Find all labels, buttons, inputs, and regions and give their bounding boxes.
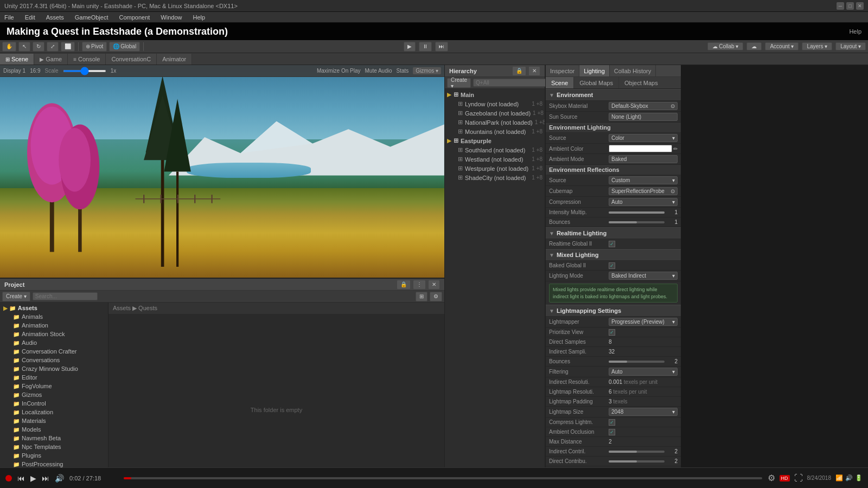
filtering-dropdown[interactable]: Auto ▾ (609, 368, 678, 376)
scale-slider[interactable] (63, 70, 106, 72)
inspector-tab-inspector[interactable]: Inspector (546, 65, 579, 76)
layers-button[interactable]: Layers ▾ (802, 42, 832, 50)
prioritize-checkbox[interactable]: ✓ (609, 329, 615, 336)
menu-help[interactable]: Help (190, 14, 207, 21)
transform-rotate-tool[interactable]: ↻ (33, 42, 44, 52)
hierarchy-item-nationalpark[interactable]: ⊞ NationalPark (not loaded) 1 +8 (445, 118, 545, 127)
pivot-button[interactable]: ⊕ Pivot (82, 42, 107, 52)
video-progress-bar[interactable] (124, 477, 762, 479)
er-intensity-slider[interactable] (609, 211, 665, 214)
er-source-dropdown[interactable]: Custom ▾ (609, 176, 678, 184)
menu-window[interactable]: Window (158, 14, 184, 21)
hierarchy-item-westpurple[interactable]: ⊞ Westpurple (not loaded) 1 +8 (445, 164, 545, 173)
transform-hand-tool[interactable]: ✋ (2, 42, 16, 52)
step-button[interactable]: ⏭ (435, 42, 448, 52)
tree-item-animation-stock[interactable]: 📁Animation Stock (0, 330, 108, 338)
direct-contrib-slider[interactable] (609, 460, 665, 463)
maximize-button[interactable]: □ (846, 2, 854, 10)
hierarchy-item-southland[interactable]: ⊞ Southland (not loaded) 1 +8 (445, 145, 545, 155)
transform-rect-tool[interactable]: ⬜ (61, 42, 75, 52)
env-source-dropdown[interactable]: Color ▾ (609, 134, 678, 142)
tree-item-materials[interactable]: 📁Materials (0, 416, 108, 425)
project-settings-icon[interactable]: ⚙ (430, 292, 442, 301)
baked-global-checkbox[interactable]: ✓ (609, 262, 615, 269)
layout-button[interactable]: Layout ▾ (835, 42, 866, 50)
global-button[interactable]: 🌐 Global (109, 42, 140, 52)
menu-file[interactable]: File (2, 14, 16, 21)
maximize-label[interactable]: Maximize On Play (317, 68, 361, 74)
hierarchy-lock-icon[interactable]: 🔒 (512, 66, 526, 76)
lightmapper-dropdown[interactable]: Progressive (Preview) ▾ (609, 318, 678, 326)
skybox-material-dropdown[interactable]: Default-Skybox ⊙ (609, 102, 678, 110)
indirect-contrib-slider[interactable] (609, 451, 665, 453)
ambient-mode-dropdown[interactable]: Baked (609, 155, 678, 163)
color-edit-icon[interactable]: ✏ (673, 146, 678, 152)
lighting-object-maps-tab[interactable]: Object Maps (619, 77, 663, 88)
menu-gameobject[interactable]: GameObject (73, 14, 111, 21)
tab-scene[interactable]: ⊞ Scene (0, 54, 34, 65)
tree-item-animation[interactable]: 📁Animation (0, 321, 108, 330)
tree-item-gizmos[interactable]: 📁Gizmos (0, 390, 108, 399)
menu-edit[interactable]: Edit (23, 14, 37, 21)
er-bounces-slider[interactable] (609, 221, 665, 223)
hierarchy-item-eastpurple[interactable]: ▶ ⊞ Eastpurple (445, 136, 545, 145)
lightmap-size-dropdown[interactable]: 2048 ▾ (609, 408, 678, 416)
realtime-global-checkbox[interactable]: ✓ (609, 241, 615, 247)
hierarchy-item-main[interactable]: ▶ ⊞ Main (445, 90, 545, 99)
compress-checkbox[interactable]: ✓ (609, 419, 615, 426)
gizmos-label[interactable]: Gizmos ▾ (413, 67, 441, 74)
hierarchy-item-mountains[interactable]: ⊞ Mountains (not loaded) 1 +8 (445, 127, 545, 136)
project-view-icon[interactable]: ⊞ (416, 292, 427, 301)
lock-icon[interactable]: 🔒 (397, 280, 411, 290)
close-button[interactable]: ✕ (856, 2, 864, 10)
project-menu-icon[interactable]: ⋮ (413, 280, 426, 290)
tree-item-localization[interactable]: 📁Localization (0, 408, 108, 416)
environment-section-header[interactable]: ▼ Environment (546, 89, 681, 101)
hierarchy-item-westland[interactable]: ⊞ Westland (not loaded) 1 +8 (445, 155, 545, 164)
settings-icon[interactable]: ⚙ (768, 473, 775, 483)
tab-conversation[interactable]: ConversationC (106, 54, 157, 65)
er-cubemap-dropdown[interactable]: SuperReflectionProbe ⊙ (609, 187, 678, 195)
sun-source-dropdown[interactable]: None (Light) (609, 113, 678, 121)
play-pause-button[interactable]: ▶ (30, 474, 36, 483)
ambient-color-swatch[interactable] (609, 145, 672, 152)
tree-item-incontrol[interactable]: 📁InControl (0, 399, 108, 408)
hierarchy-close-icon[interactable]: ✕ (528, 66, 540, 76)
close-project-icon[interactable]: ✕ (428, 280, 440, 290)
minimize-button[interactable]: ─ (837, 2, 844, 10)
stats-label[interactable]: Stats (397, 68, 409, 74)
lighting-scene-tab[interactable]: Scene (546, 77, 574, 88)
tree-item-editor[interactable]: 📁Editor (0, 373, 108, 382)
help-link[interactable]: Help (849, 28, 861, 35)
hierarchy-item-gazeboland[interactable]: ⊞ Gazeboland (not loaded) 1 +8 (445, 108, 545, 118)
tree-item-npc-templates[interactable]: 📁Npc Templates (0, 442, 108, 451)
account-button[interactable]: Account ▾ (765, 42, 799, 50)
lighting-global-maps-tab[interactable]: Global Maps (574, 77, 619, 88)
volume-button[interactable]: 🔊 (55, 474, 64, 483)
hierarchy-item-shadecity[interactable]: ⊞ ShadeCity (not loaded) 1 +8 (445, 173, 545, 182)
hierarchy-item-lyndow[interactable]: ⊞ Lyndow (not loaded) 1 +8 (445, 99, 545, 108)
tree-item-crazy-minnow-studio[interactable]: 📁Crazy Minnow Studio (0, 364, 108, 373)
tree-item-models[interactable]: 📁Models (0, 425, 108, 434)
inspector-tab-lighting[interactable]: Lighting (579, 65, 610, 76)
bounces-slider[interactable] (609, 361, 665, 363)
tab-console[interactable]: ≡ Console (68, 54, 106, 65)
mute-audio-label[interactable]: Mute Audio (365, 68, 392, 74)
tree-item-plugins[interactable]: 📁Plugins (0, 451, 108, 460)
tree-item-conversation-crafter[interactable]: 📁Conversation Crafter (0, 347, 108, 356)
tree-item-animals[interactable]: 📁Animals (0, 312, 108, 321)
project-create-button[interactable]: Create ▾ (2, 292, 30, 301)
realtime-lighting-header[interactable]: ▼ Realtime Lighting (546, 227, 681, 239)
tree-item-navmesh-beta[interactable]: 📁Navmesh Beta (0, 434, 108, 442)
seek-end-button[interactable]: ⏭ (42, 474, 49, 483)
project-search-input[interactable] (33, 292, 98, 300)
mixed-lighting-header[interactable]: ▼ Mixed Lighting (546, 249, 681, 261)
hierarchy-create-button[interactable]: Create ▾ (447, 78, 471, 88)
hierarchy-search-input[interactable] (473, 79, 547, 87)
menu-assets[interactable]: Assets (44, 14, 66, 21)
tab-animator[interactable]: Animator (157, 54, 192, 65)
seek-start-button[interactable]: ⏮ (17, 474, 25, 483)
fullscreen-icon[interactable]: ⛶ (794, 473, 803, 483)
menu-component[interactable]: Component (117, 14, 152, 21)
er-compression-dropdown[interactable]: Auto ▾ (609, 198, 678, 206)
